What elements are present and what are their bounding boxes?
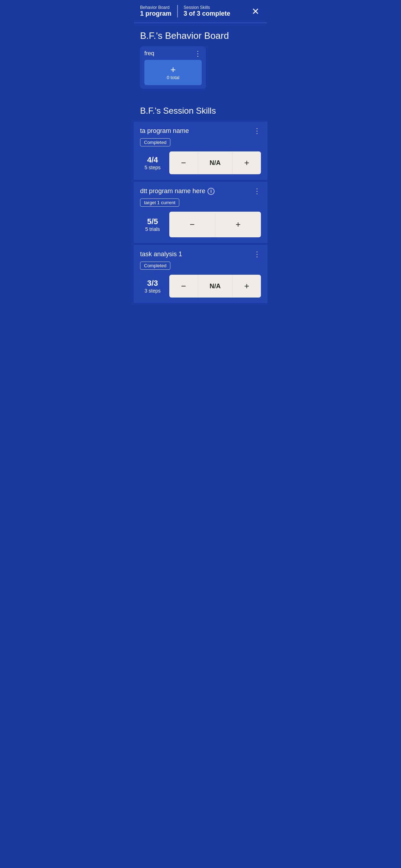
program-badge-2: Completed <box>140 262 170 270</box>
header: Behavior Board 1 program Session Skills … <box>134 0 267 23</box>
program-menu-button-0[interactable]: ⋮ <box>253 127 261 134</box>
decrement-button-2[interactable]: − <box>169 275 198 298</box>
session-skills-section-title: B.F.'s Session Skills <box>134 100 267 122</box>
board-title-section: B.F.'s Behavior Board freq ⋮ + 0 total <box>134 23 267 100</box>
program-header-1: dtt program name herei⋮ <box>140 187 261 195</box>
header-session-skills: Session Skills 3 of 3 complete <box>184 5 230 17</box>
program-steps-label-0: 5 steps <box>144 165 160 170</box>
close-button[interactable]: ✕ <box>250 5 261 17</box>
session-skills-count: 3 of 3 complete <box>184 10 230 17</box>
program-steps-label-1: 5 trials <box>145 226 160 232</box>
decrement-button-1[interactable]: − <box>169 212 215 237</box>
decrement-button-0[interactable]: − <box>169 151 198 174</box>
program-stats-row-0: 4/45 steps−N/A+ <box>140 151 261 174</box>
program-badge-1: target 1 current <box>140 198 179 207</box>
program-fraction-2: 3/3 <box>142 279 163 288</box>
program-header-2: task analysis 1⋮ <box>140 250 261 258</box>
freq-card: freq ⋮ + 0 total <box>140 46 206 89</box>
counter-controls-1: −+ <box>169 212 261 237</box>
program-name-0: ta program name <box>140 127 253 135</box>
program-list: ta program name⋮Completed4/45 steps−N/A+… <box>134 122 267 303</box>
fraction-container-0: 4/45 steps <box>140 155 165 170</box>
program-steps-label-2: 3 steps <box>144 288 160 294</box>
program-stats-row-2: 3/33 steps−N/A+ <box>140 275 261 298</box>
counter-controls-0: −N/A+ <box>169 151 261 174</box>
behavior-board-label: Behavior Board <box>140 5 171 10</box>
header-left: Behavior Board 1 program Session Skills … <box>140 5 250 17</box>
freq-plus-icon: + <box>148 65 198 74</box>
program-name-text-2: task analysis 1 <box>140 250 182 258</box>
program-fraction-0: 4/4 <box>142 155 163 165</box>
program-fraction-1: 5/5 <box>142 217 163 226</box>
program-stats-row-1: 5/55 trials−+ <box>140 212 261 237</box>
behavior-board-count: 1 program <box>140 10 171 17</box>
session-skills-label: Session Skills <box>184 5 230 10</box>
program-card-0: ta program name⋮Completed4/45 steps−N/A+ <box>134 122 267 180</box>
freq-label: freq <box>144 50 154 57</box>
program-card-2: task analysis 1⋮Completed3/33 steps−N/A+ <box>134 245 267 303</box>
header-behavior-board: Behavior Board 1 program <box>140 5 178 17</box>
fraction-container-2: 3/33 steps <box>140 279 165 294</box>
program-card-1: dtt program name herei⋮target 1 current5… <box>134 182 267 243</box>
program-name-2: task analysis 1 <box>140 250 253 258</box>
counter-controls-2: −N/A+ <box>169 275 261 298</box>
program-menu-button-1[interactable]: ⋮ <box>253 187 261 195</box>
increment-button-0[interactable]: + <box>232 151 261 174</box>
info-icon-1[interactable]: i <box>207 188 215 195</box>
program-name-1: dtt program name herei <box>140 187 253 195</box>
freq-increment-button[interactable]: + 0 total <box>144 60 202 85</box>
counter-value-2: N/A <box>198 275 233 298</box>
board-title: B.F.'s Behavior Board <box>140 30 261 41</box>
program-menu-button-2[interactable]: ⋮ <box>253 250 261 258</box>
freq-total: 0 total <box>148 75 198 80</box>
program-badge-0: Completed <box>140 138 170 146</box>
counter-value-0: N/A <box>198 151 233 174</box>
freq-card-header: freq ⋮ <box>144 50 202 57</box>
increment-button-2[interactable]: + <box>232 275 261 298</box>
freq-menu-button[interactable]: ⋮ <box>194 50 202 57</box>
fraction-container-1: 5/55 trials <box>140 217 165 232</box>
program-name-text-0: ta program name <box>140 127 189 135</box>
program-name-text-1: dtt program name here <box>140 187 205 195</box>
program-header-0: ta program name⋮ <box>140 127 261 135</box>
increment-button-1[interactable]: + <box>215 212 261 237</box>
